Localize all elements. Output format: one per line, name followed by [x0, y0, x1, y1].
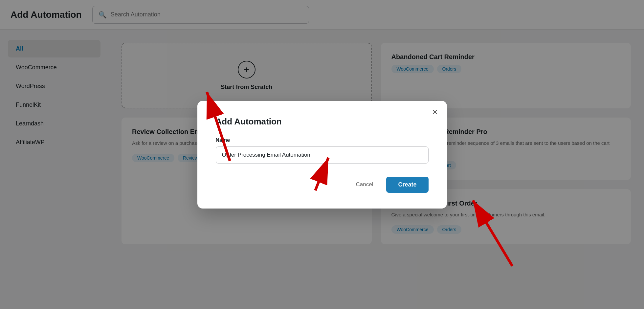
create-button[interactable]: Create — [386, 177, 428, 193]
modal-actions: Cancel Create — [216, 177, 429, 193]
automation-name-input[interactable] — [216, 146, 429, 164]
modal-title: Add Automation — [216, 117, 429, 127]
cancel-button[interactable]: Cancel — [349, 178, 380, 191]
add-automation-modal: ✕ Add Automation Name Cancel Create — [197, 101, 447, 209]
modal-close-button[interactable]: ✕ — [432, 109, 438, 116]
modal-overlay: ✕ Add Automation Name Cancel Create — [0, 0, 644, 309]
name-label: Name — [216, 137, 429, 143]
